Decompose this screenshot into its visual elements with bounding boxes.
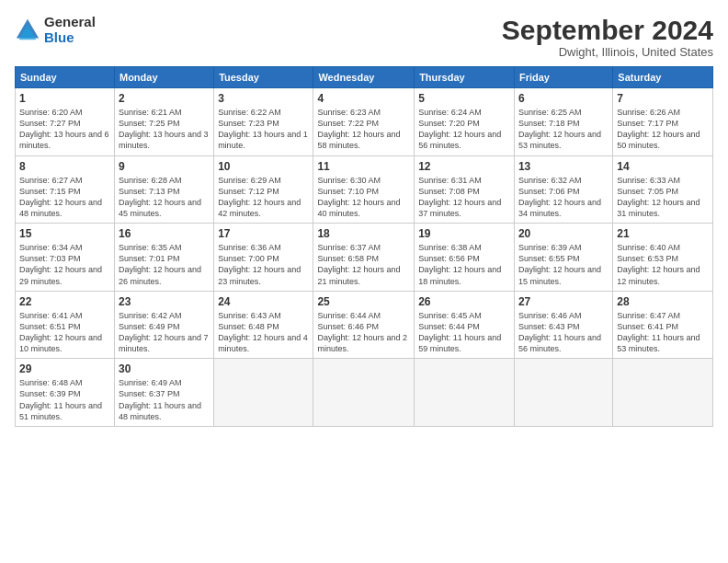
day-info: Sunrise: 6:45 AMSunset: 6:44 PMDaylight:… [418, 310, 510, 355]
day-number: 12 [418, 160, 510, 173]
table-row: 17Sunrise: 6:36 AMSunset: 7:00 PMDayligh… [214, 224, 313, 292]
day-info: Sunrise: 6:48 AMSunset: 6:39 PMDaylight:… [19, 377, 110, 422]
day-number: 2 [119, 92, 210, 105]
day-number: 5 [418, 92, 510, 105]
col-monday: Monday [114, 67, 213, 88]
day-number: 23 [119, 295, 210, 308]
table-row: 14Sunrise: 6:33 AMSunset: 7:05 PMDayligh… [613, 155, 713, 224]
day-info: Sunrise: 6:20 AMSunset: 7:27 PMDaylight:… [19, 107, 110, 152]
table-row [214, 359, 313, 427]
day-info: Sunrise: 6:40 AMSunset: 6:53 PMDaylight:… [617, 242, 709, 287]
calendar-table: Sunday Monday Tuesday Wednesday Thursday… [15, 66, 713, 427]
table-row: 29Sunrise: 6:48 AMSunset: 6:39 PMDayligh… [16, 359, 115, 427]
day-number: 9 [119, 160, 210, 173]
day-number: 22 [19, 295, 110, 308]
day-info: Sunrise: 6:43 AMSunset: 6:48 PMDaylight:… [218, 310, 309, 355]
day-number: 6 [518, 92, 609, 105]
day-number: 1 [19, 92, 110, 105]
day-info: Sunrise: 6:24 AMSunset: 7:20 PMDaylight:… [418, 107, 510, 152]
table-row: 2Sunrise: 6:21 AMSunset: 7:25 PMDaylight… [114, 88, 213, 156]
day-number: 25 [317, 295, 410, 308]
logo-icon [15, 17, 40, 43]
table-row [415, 359, 515, 427]
day-number: 20 [518, 227, 609, 240]
calendar-week-row: 22Sunrise: 6:41 AMSunset: 6:51 PMDayligh… [16, 291, 713, 359]
day-info: Sunrise: 6:39 AMSunset: 6:55 PMDaylight:… [518, 242, 609, 287]
header: General Blue September 2024 Dwight, Illi… [15, 15, 713, 59]
day-info: Sunrise: 6:42 AMSunset: 6:49 PMDaylight:… [119, 310, 210, 355]
table-row: 12Sunrise: 6:31 AMSunset: 7:08 PMDayligh… [415, 155, 515, 224]
col-sunday: Sunday [16, 67, 115, 88]
day-number: 7 [617, 92, 709, 105]
day-info: Sunrise: 6:36 AMSunset: 7:00 PMDaylight:… [218, 242, 309, 287]
day-info: Sunrise: 6:38 AMSunset: 6:56 PMDaylight:… [418, 242, 510, 287]
day-info: Sunrise: 6:31 AMSunset: 7:08 PMDaylight:… [418, 175, 510, 220]
day-number: 27 [518, 295, 609, 308]
day-number: 30 [119, 362, 210, 375]
day-info: Sunrise: 6:44 AMSunset: 6:46 PMDaylight:… [317, 310, 410, 355]
day-number: 16 [119, 227, 210, 240]
day-number: 8 [19, 160, 110, 173]
table-row [514, 359, 612, 427]
day-number: 18 [317, 227, 410, 240]
day-info: Sunrise: 6:34 AMSunset: 7:03 PMDaylight:… [19, 242, 110, 287]
day-number: 11 [317, 160, 410, 173]
table-row: 22Sunrise: 6:41 AMSunset: 6:51 PMDayligh… [16, 291, 115, 359]
table-row [613, 359, 713, 427]
table-row: 16Sunrise: 6:35 AMSunset: 7:01 PMDayligh… [114, 224, 213, 292]
table-row: 3Sunrise: 6:22 AMSunset: 7:23 PMDaylight… [214, 88, 313, 156]
table-row: 8Sunrise: 6:27 AMSunset: 7:15 PMDaylight… [16, 155, 115, 224]
day-info: Sunrise: 6:29 AMSunset: 7:12 PMDaylight:… [218, 175, 309, 220]
day-info: Sunrise: 6:37 AMSunset: 6:58 PMDaylight:… [317, 242, 410, 287]
table-row: 24Sunrise: 6:43 AMSunset: 6:48 PMDayligh… [214, 291, 313, 359]
table-row: 9Sunrise: 6:28 AMSunset: 7:13 PMDaylight… [114, 155, 213, 224]
table-row: 1Sunrise: 6:20 AMSunset: 7:27 PMDaylight… [16, 88, 115, 156]
table-row: 21Sunrise: 6:40 AMSunset: 6:53 PMDayligh… [613, 224, 713, 292]
day-number: 26 [418, 295, 510, 308]
col-tuesday: Tuesday [214, 67, 313, 88]
calendar-week-row: 1Sunrise: 6:20 AMSunset: 7:27 PMDaylight… [16, 88, 713, 156]
page: General Blue September 2024 Dwight, Illi… [0, 0, 728, 563]
table-row: 26Sunrise: 6:45 AMSunset: 6:44 PMDayligh… [415, 291, 515, 359]
day-info: Sunrise: 6:33 AMSunset: 7:05 PMDaylight:… [617, 175, 709, 220]
table-row: 23Sunrise: 6:42 AMSunset: 6:49 PMDayligh… [114, 291, 213, 359]
day-info: Sunrise: 6:30 AMSunset: 7:10 PMDaylight:… [317, 175, 410, 220]
logo-text: General Blue [44, 15, 96, 45]
calendar-week-row: 15Sunrise: 6:34 AMSunset: 7:03 PMDayligh… [16, 224, 713, 292]
day-info: Sunrise: 6:46 AMSunset: 6:43 PMDaylight:… [518, 310, 609, 355]
day-number: 10 [218, 160, 309, 173]
table-row: 28Sunrise: 6:47 AMSunset: 6:41 PMDayligh… [613, 291, 713, 359]
col-friday: Friday [514, 67, 612, 88]
calendar-week-row: 29Sunrise: 6:48 AMSunset: 6:39 PMDayligh… [16, 359, 713, 427]
day-info: Sunrise: 6:25 AMSunset: 7:18 PMDaylight:… [518, 107, 609, 152]
day-info: Sunrise: 6:27 AMSunset: 7:15 PMDaylight:… [19, 175, 110, 220]
logo-blue-text: Blue [44, 30, 96, 46]
day-info: Sunrise: 6:49 AMSunset: 6:37 PMDaylight:… [119, 377, 210, 422]
day-number: 14 [617, 160, 709, 173]
calendar-week-row: 8Sunrise: 6:27 AMSunset: 7:15 PMDaylight… [16, 155, 713, 224]
logo-general-text: General [44, 15, 96, 30]
col-saturday: Saturday [613, 67, 713, 88]
day-info: Sunrise: 6:21 AMSunset: 7:25 PMDaylight:… [119, 107, 210, 152]
day-number: 17 [218, 227, 309, 240]
col-thursday: Thursday [415, 67, 515, 88]
day-info: Sunrise: 6:28 AMSunset: 7:13 PMDaylight:… [119, 175, 210, 220]
day-info: Sunrise: 6:23 AMSunset: 7:22 PMDaylight:… [317, 107, 410, 152]
table-row: 30Sunrise: 6:49 AMSunset: 6:37 PMDayligh… [114, 359, 213, 427]
day-number: 3 [218, 92, 309, 105]
table-row: 27Sunrise: 6:46 AMSunset: 6:43 PMDayligh… [514, 291, 612, 359]
table-row: 20Sunrise: 6:39 AMSunset: 6:55 PMDayligh… [514, 224, 612, 292]
title-block: September 2024 Dwight, Illinois, United … [502, 15, 713, 59]
table-row: 5Sunrise: 6:24 AMSunset: 7:20 PMDaylight… [415, 88, 515, 156]
calendar-header-row: Sunday Monday Tuesday Wednesday Thursday… [16, 67, 713, 88]
table-row: 19Sunrise: 6:38 AMSunset: 6:56 PMDayligh… [415, 224, 515, 292]
day-number: 15 [19, 227, 110, 240]
day-info: Sunrise: 6:26 AMSunset: 7:17 PMDaylight:… [617, 107, 709, 152]
table-row: 13Sunrise: 6:32 AMSunset: 7:06 PMDayligh… [514, 155, 612, 224]
day-info: Sunrise: 6:35 AMSunset: 7:01 PMDaylight:… [119, 242, 210, 287]
day-number: 21 [617, 227, 709, 240]
logo: General Blue [15, 15, 96, 45]
day-info: Sunrise: 6:41 AMSunset: 6:51 PMDaylight:… [19, 310, 110, 355]
day-number: 24 [218, 295, 309, 308]
day-number: 4 [317, 92, 410, 105]
